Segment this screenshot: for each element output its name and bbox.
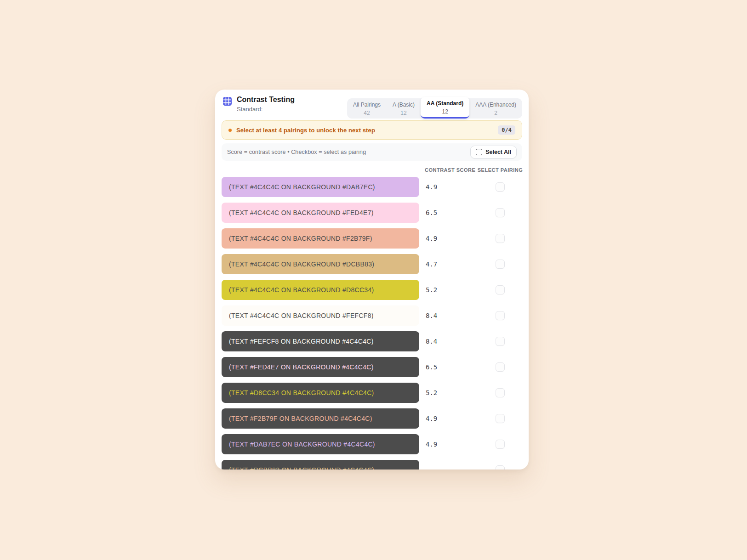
contrast-score-value: 6.5: [425, 209, 437, 216]
contrast-score-value: 4.9: [425, 183, 437, 191]
pairing-row: (TEXT #FED4E7 ON BACKGROUND #4C4C4C) 6.5: [222, 357, 522, 377]
pairing-label: (TEXT #DAB7EC ON BACKGROUND #4C4C4C): [229, 441, 375, 448]
color-swatch: (TEXT #FED4E7 ON BACKGROUND #4C4C4C): [222, 357, 419, 377]
pairing-label: (TEXT #4C4C4C ON BACKGROUND #FEFCF8): [229, 312, 374, 319]
pairing-checkbox[interactable]: [496, 465, 505, 469]
contrast-score-value: 4.9: [425, 415, 437, 422]
unlock-notice-banner: Select at least 4 pairings to unlock the…: [222, 120, 522, 140]
color-swatch: (TEXT #4C4C4C ON BACKGROUND #DCBB83): [222, 254, 419, 274]
contrast-score-value: 4.9: [425, 235, 437, 242]
color-swatch: (TEXT #4C4C4C ON BACKGROUND #F2B79F): [222, 228, 419, 249]
contrast-score-value: [425, 466, 426, 469]
pairing-label: (TEXT #F2B79F ON BACKGROUND #4C4C4C): [229, 415, 372, 422]
notice-message: Select at least 4 pairings to unlock the…: [236, 127, 493, 134]
tab-aaa-enhanced[interactable]: AAA (Enhanced) 2: [469, 98, 522, 119]
tab-label: A (Basic): [393, 102, 415, 108]
pairing-label: (TEXT #4C4C4C ON BACKGROUND #DCBB83): [229, 260, 374, 268]
contrast-score-value: 8.4: [425, 312, 437, 319]
pairing-row: (TEXT #4C4C4C ON BACKGROUND #FEFCF8) 8.4: [222, 305, 522, 326]
pairing-label: (TEXT #FEFCF8 ON BACKGROUND #4C4C4C): [229, 338, 374, 345]
pairing-checkbox[interactable]: [496, 414, 505, 423]
color-swatch: (TEXT #4C4C4C ON BACKGROUND #D8CC34): [222, 280, 419, 300]
pairing-checkbox[interactable]: [496, 337, 505, 346]
color-swatch: (TEXT #4C4C4C ON BACKGROUND #DAB7EC): [222, 177, 419, 197]
contrast-score-value: 5.2: [425, 389, 437, 396]
pairing-row: (TEXT #F2B79F ON BACKGROUND #4C4C4C) 4.9: [222, 408, 522, 429]
notice-dot-icon: [228, 129, 232, 132]
tab-label: All Pairings: [353, 102, 381, 108]
pairing-label: (TEXT #4C4C4C ON BACKGROUND #DAB7EC): [229, 183, 375, 191]
select-all-label: Select All: [485, 149, 511, 155]
pairing-row: (TEXT #D8CC34 ON BACKGROUND #4C4C4C) 5.2: [222, 383, 522, 403]
pairing-label: (TEXT #4C4C4C ON BACKGROUND #F2B79F): [229, 235, 372, 242]
contrast-score-value: 6.5: [425, 363, 437, 371]
tab-a-basic[interactable]: A (Basic) 12: [387, 98, 421, 119]
pairing-checkbox[interactable]: [496, 234, 505, 243]
pairing-checkbox[interactable]: [496, 388, 505, 397]
pairing-checkbox[interactable]: [496, 285, 505, 294]
select-pairing-header: SELECT PAIRING: [478, 167, 522, 173]
color-swatch: (TEXT #DCBB83 ON BACKGROUND #4C4C4C): [222, 460, 419, 469]
contrast-score-value: 8.4: [425, 338, 437, 345]
tab-label: AAA (Enhanced): [475, 102, 516, 108]
color-swatch: (TEXT #FEFCF8 ON BACKGROUND #4C4C4C): [222, 331, 419, 351]
selection-progress-badge: 0/4: [498, 125, 515, 135]
pairing-row: (TEXT #4C4C4C ON BACKGROUND #DCBB83) 4.7: [222, 254, 522, 274]
color-swatch: (TEXT #DAB7EC ON BACKGROUND #4C4C4C): [222, 434, 419, 454]
pairing-checkbox[interactable]: [496, 208, 505, 217]
pairing-row: (TEXT #DCBB83 ON BACKGROUND #4C4C4C): [222, 460, 522, 469]
pairing-label: (TEXT #D8CC34 ON BACKGROUND #4C4C4C): [229, 389, 374, 396]
tab-count: 12: [393, 110, 415, 116]
contrast-score-value: 4.9: [425, 441, 437, 448]
card-header: Contrast Testing Standard: All Pairings …: [222, 90, 522, 115]
pairing-list: (TEXT #4C4C4C ON BACKGROUND #DAB7EC) 4.9…: [222, 177, 522, 469]
pairing-checkbox[interactable]: [496, 440, 505, 449]
pairing-label: (TEXT #4C4C4C ON BACKGROUND #D8CC34): [229, 286, 374, 294]
page-subtitle: Standard:: [237, 105, 295, 113]
pairing-checkbox[interactable]: [496, 362, 505, 372]
color-swatch: (TEXT #D8CC34 ON BACKGROUND #4C4C4C): [222, 383, 419, 403]
tab-aa-standard[interactable]: AA (Standard) 12: [421, 97, 469, 119]
pairing-checkbox[interactable]: [496, 260, 505, 269]
pairing-label: (TEXT #FED4E7 ON BACKGROUND #4C4C4C): [229, 363, 374, 371]
pairing-row: (TEXT #4C4C4C ON BACKGROUND #D8CC34) 5.2: [222, 280, 522, 300]
contrast-score-value: 4.7: [425, 260, 437, 268]
tab-label: AA (Standard): [427, 100, 463, 107]
pairing-row: (TEXT #4C4C4C ON BACKGROUND #FED4E7) 6.5: [222, 203, 522, 223]
contrast-score-value: 5.2: [425, 286, 437, 294]
select-all-button[interactable]: Select All: [470, 146, 517, 158]
pairing-row: (TEXT #DAB7EC ON BACKGROUND #4C4C4C) 4.9: [222, 434, 522, 454]
pairing-label: (TEXT #4C4C4C ON BACKGROUND #FED4E7): [229, 209, 374, 216]
pairing-label: (TEXT #DCBB83 ON BACKGROUND #4C4C4C): [229, 466, 374, 469]
tab-all-pairings[interactable]: All Pairings 42: [347, 98, 387, 119]
tab-count: 2: [475, 110, 516, 116]
pairing-row: (TEXT #4C4C4C ON BACKGROUND #DAB7EC) 4.9: [222, 177, 522, 197]
contrast-score-header: CONTRAST SCORE: [419, 167, 478, 173]
contrast-testing-card: Contrast Testing Standard: All Pairings …: [215, 90, 529, 469]
table-column-headers: CONTRAST SCORE SELECT PAIRING: [222, 165, 522, 175]
pairing-row: (TEXT #FEFCF8 ON BACKGROUND #4C4C4C) 8.4: [222, 331, 522, 351]
pairing-row: (TEXT #4C4C4C ON BACKGROUND #F2B79F) 4.9: [222, 228, 522, 249]
color-swatch: (TEXT #4C4C4C ON BACKGROUND #FEFCF8): [222, 305, 419, 326]
legend-bar: Score = contrast score • Checkbox = sele…: [222, 143, 522, 161]
page-title: Contrast Testing: [237, 95, 295, 104]
legend-text: Score = contrast score • Checkbox = sele…: [227, 149, 366, 155]
grid-icon: [222, 96, 232, 106]
pairing-checkbox[interactable]: [496, 182, 505, 192]
checkbox-icon: [476, 149, 482, 155]
color-swatch: (TEXT #4C4C4C ON BACKGROUND #FED4E7): [222, 203, 419, 223]
color-swatch: (TEXT #F2B79F ON BACKGROUND #4C4C4C): [222, 408, 419, 429]
tab-count: 42: [353, 110, 381, 116]
page-background: Contrast Testing Standard: All Pairings …: [0, 0, 747, 560]
pairing-checkbox[interactable]: [496, 311, 505, 320]
tab-count: 12: [427, 108, 463, 115]
filter-tabs: All Pairings 42 A (Basic) 12 AA (Standar…: [347, 98, 522, 119]
